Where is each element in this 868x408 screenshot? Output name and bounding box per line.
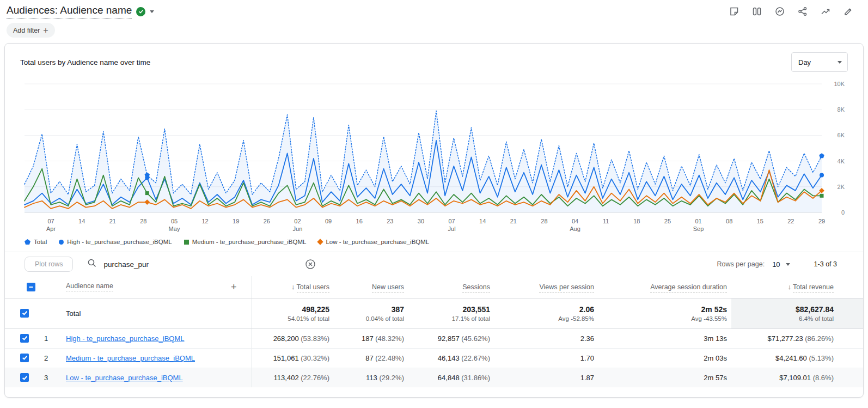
row-checkbox[interactable]: [20, 334, 29, 343]
metric-cell: 3m 13s: [598, 328, 731, 348]
column-header-sessions[interactable]: Sessions: [408, 276, 494, 298]
legend-item[interactable]: Total: [25, 239, 47, 245]
legend-label: Medium - te_purchase_purchase_iBQML: [192, 239, 307, 245]
saved-check-badge: [136, 7, 145, 16]
metric-cell: 2m 57s: [598, 368, 731, 387]
svg-text:0: 0: [841, 209, 845, 216]
svg-text:25: 25: [664, 218, 671, 224]
row-checkbox[interactable]: [20, 309, 29, 318]
table-controls: Plot rows Rows per page: 10 1-3 of 3: [5, 252, 863, 276]
audiences-table: Audience name + ↓Total users New users S…: [5, 276, 863, 387]
metric-cell: 498,22554.01% of total: [251, 298, 334, 328]
table-row: 2 Medium - te_purchase_purchase_iBQML 15…: [5, 348, 863, 368]
column-header-total-users[interactable]: ↓Total users: [251, 276, 334, 298]
filter-bar: Add filter +: [0, 20, 868, 43]
total-row-label: Total: [66, 309, 81, 318]
metric-cell: $71,277.23 (86.26%): [731, 328, 863, 348]
clear-search-icon[interactable]: [305, 259, 316, 270]
note-icon[interactable]: [728, 5, 741, 18]
metric-cell: 2.36: [494, 328, 598, 348]
metric-cell: 3870.04% of total: [334, 298, 408, 328]
svg-text:21: 21: [109, 218, 116, 224]
svg-text:22: 22: [787, 218, 794, 224]
metric-cell: 64,848 (31.86%): [408, 368, 494, 387]
svg-text:05: 05: [171, 218, 178, 224]
page-title[interactable]: Audiences: Audience name: [7, 4, 132, 19]
select-all-checkbox[interactable]: [27, 283, 35, 291]
table-search: [87, 258, 316, 270]
metric-cell: 2.06Avg -52.85%: [494, 298, 598, 328]
title-dropdown-caret-icon[interactable]: [150, 10, 154, 13]
svg-text:16: 16: [356, 218, 363, 224]
svg-text:07: 07: [47, 218, 54, 224]
svg-text:10K: 10K: [834, 81, 845, 87]
svg-text:8K: 8K: [838, 106, 845, 113]
rows-per-page-label: Rows per page:: [717, 260, 765, 268]
chart-legend: TotalHigh - te_purchase_purchase_iBQMLMe…: [5, 238, 863, 252]
svg-text:Jul: Jul: [448, 226, 456, 232]
trending-icon[interactable]: [819, 5, 832, 18]
plot-rows-button[interactable]: Plot rows: [25, 257, 73, 272]
legend-item[interactable]: Low - te_purchase_purchase_iBQML: [318, 239, 429, 245]
svg-text:4K: 4K: [838, 158, 845, 165]
circle-marker-icon: [59, 240, 64, 245]
legend-item[interactable]: Medium - te_purchase_purchase_iBQML: [184, 239, 307, 245]
metric-cell: 46,143 (22.67%): [408, 348, 494, 368]
svg-text:14: 14: [479, 218, 486, 224]
svg-text:11: 11: [603, 218, 609, 224]
square-marker-icon: [184, 240, 189, 245]
add-column-button[interactable]: +: [231, 282, 237, 292]
metric-cell: 151,061 (30.32%): [251, 348, 334, 368]
chevron-down-icon: [838, 61, 842, 64]
metric-cell: $82,627.846.4% of total: [731, 298, 863, 328]
search-input[interactable]: [102, 260, 299, 269]
svg-text:14: 14: [78, 218, 85, 224]
metric-cell: 2m 52sAvg -43.55%: [598, 298, 731, 328]
metric-cell: 1.70: [494, 348, 598, 368]
column-header-avg-session-duration[interactable]: Average session duration: [598, 276, 731, 298]
svg-text:29: 29: [818, 218, 825, 224]
chart-title: Total users by Audience name over time: [20, 58, 150, 66]
share-icon[interactable]: [796, 5, 809, 18]
svg-text:6K: 6K: [838, 132, 845, 138]
row-checkbox[interactable]: [20, 354, 29, 362]
column-header-total-revenue[interactable]: ↓Total revenue: [731, 276, 863, 298]
audience-link[interactable]: Medium - te_purchase_purchase_iBQML: [66, 354, 195, 362]
column-header-views-per-session[interactable]: Views per session: [494, 276, 598, 298]
table-total-row: Total 498,22554.01% of total 3870.04% of…: [5, 298, 863, 328]
metric-cell: 87 (22.48%): [334, 348, 408, 368]
row-index: 1: [40, 328, 62, 348]
svg-text:Jun: Jun: [293, 226, 303, 232]
insights-icon[interactable]: [773, 5, 786, 18]
legend-item[interactable]: High - te_purchase_purchase_iBQML: [59, 239, 172, 245]
rows-per-page-select[interactable]: 10: [772, 260, 790, 269]
comparison-icon[interactable]: [750, 5, 763, 18]
svg-text:12: 12: [201, 218, 208, 224]
metric-cell: $4,241.60 (5.13%): [731, 348, 863, 368]
audience-link[interactable]: Low - te_purchase_purchase_iBQML: [66, 374, 183, 382]
svg-text:2K: 2K: [838, 184, 845, 190]
diamond-marker-icon: [317, 239, 323, 245]
audience-link[interactable]: High - te_purchase_purchase_iBQML: [66, 334, 185, 343]
column-header-new-users[interactable]: New users: [334, 276, 408, 298]
svg-text:30: 30: [418, 218, 424, 224]
granularity-select[interactable]: Day: [791, 52, 848, 72]
add-filter-button[interactable]: Add filter +: [7, 23, 55, 38]
metric-cell: $7,109.01 (8.6%): [731, 368, 863, 387]
svg-text:08: 08: [726, 218, 732, 224]
svg-text:Aug: Aug: [570, 226, 580, 232]
metric-cell: 187 (48.32%): [334, 328, 408, 348]
svg-text:09: 09: [325, 218, 332, 224]
svg-text:18: 18: [633, 218, 640, 224]
legend-label: Total: [34, 239, 47, 245]
row-checkbox[interactable]: [20, 373, 29, 382]
chevron-down-icon: [786, 263, 790, 266]
svg-text:28: 28: [140, 218, 146, 224]
edit-icon[interactable]: [842, 5, 855, 18]
svg-text:01: 01: [695, 218, 701, 224]
svg-text:Apr: Apr: [46, 226, 56, 232]
audiences-report-page: Audiences: Audience name: [0, 0, 868, 408]
search-icon: [87, 258, 97, 270]
table-row: 3 Low - te_purchase_purchase_iBQML 113,4…: [5, 368, 863, 387]
column-header-audience-name[interactable]: Audience name +: [62, 276, 251, 298]
